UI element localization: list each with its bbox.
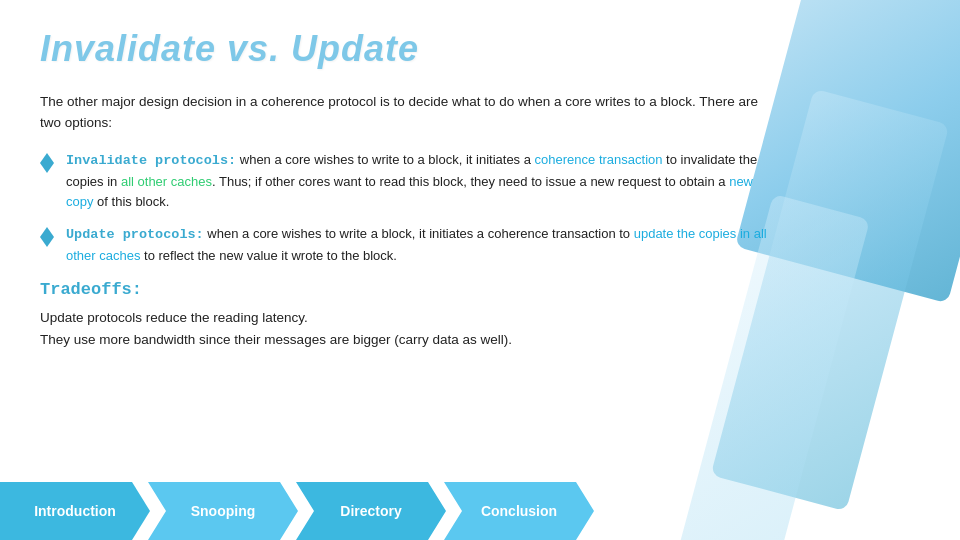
nav-conclusion[interactable]: Conclusion: [444, 482, 594, 540]
bullet-update: Update protocols: when a core wishes to …: [40, 224, 780, 266]
bullet-update-text: Update protocols: when a core wishes to …: [66, 224, 780, 266]
tradeoffs-title: Tradeoffs:: [40, 280, 780, 299]
bullet-diamond-2: [40, 227, 54, 237]
update-text-1: when a core wishes to write a block, it …: [207, 226, 633, 241]
bottom-navigation: Introduction Snooping Directory Conclusi…: [0, 482, 960, 540]
nav-directory-label: Directory: [340, 503, 401, 519]
update-text-2: to reflect the new value it wrote to the…: [140, 248, 397, 263]
nav-snooping-label: Snooping: [191, 503, 256, 519]
term-invalidate: Invalidate protocols:: [66, 153, 236, 168]
invalidate-text-3: . Thus; if other cores want to read this…: [212, 174, 729, 189]
nav-introduction-label: Introduction: [34, 503, 116, 519]
tradeoff-2: They use more bandwidth since their mess…: [40, 329, 780, 351]
nav-snooping[interactable]: Snooping: [148, 482, 298, 540]
page-title: Invalidate vs. Update: [40, 28, 780, 70]
bullet-diamond-1: [40, 153, 54, 163]
nav-introduction[interactable]: Introduction: [0, 482, 150, 540]
tradeoff-1: Update protocols reduce the reading late…: [40, 307, 780, 329]
intro-text: The other major design decision in a coh…: [40, 92, 780, 134]
main-content: Invalidate vs. Update The other major de…: [0, 0, 820, 360]
nav-directory[interactable]: Directory: [296, 482, 446, 540]
nav-spacer: [594, 482, 960, 540]
invalidate-highlight-2: all other caches: [121, 174, 212, 189]
invalidate-text-4: of this block.: [93, 194, 169, 209]
nav-conclusion-label: Conclusion: [481, 503, 557, 519]
invalidate-text-1: when a core wishes to write to a block, …: [240, 152, 535, 167]
invalidate-highlight-1: coherence transaction: [535, 152, 663, 167]
term-update: Update protocols:: [66, 227, 204, 242]
bullet-invalidate: Invalidate protocols: when a core wishes…: [40, 150, 780, 212]
bullet-invalidate-text: Invalidate protocols: when a core wishes…: [66, 150, 780, 212]
